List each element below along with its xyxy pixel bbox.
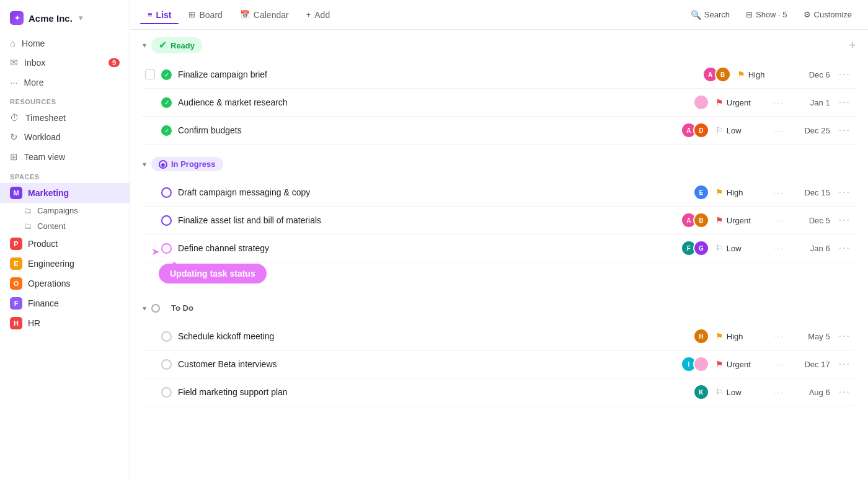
section-in-progress-header[interactable]: ▾ ● In Progress (140, 150, 858, 179)
customize-label: Customize (814, 10, 852, 19)
sidebar-item-home[interactable]: ⌂ Home (0, 33, 130, 53)
task-status-t3[interactable]: ✓ (161, 125, 172, 136)
sidebar-item-marketing[interactable]: M Marketing (0, 183, 130, 203)
task-status-t4[interactable] (161, 187, 172, 198)
flag-icon-low: ⚐ (715, 387, 724, 397)
more-options-t7-inline[interactable]: ··· (771, 332, 787, 341)
table-row[interactable]: Schedule kickoff meeting H ⚑ High ··· Ma… (140, 323, 858, 350)
table-row[interactable]: Customer Beta interviews I ⚑ Urgent ··· … (140, 350, 858, 378)
show-button[interactable]: ⊟ Show · 5 (740, 7, 794, 22)
in-progress-dot-icon: ● (159, 160, 167, 169)
table-row[interactable]: ✓ Confirm budgets A D ⚐ Low ··· Dec 25 ·… (140, 117, 858, 145)
list-icon: ≡ (148, 10, 153, 19)
search-label: Search (704, 10, 730, 19)
table-row[interactable]: Draft campaign messaging & copy E ⚑ High… (140, 179, 858, 207)
avatar: B (715, 66, 731, 83)
more-options-t4-inline[interactable]: ··· (771, 188, 787, 197)
sidebar-engineering-label: Engineering (28, 259, 74, 269)
task-avatars-t2 (693, 94, 709, 110)
sidebar-marketing-label: Marketing (28, 188, 69, 198)
more-options-t2[interactable]: ··· (836, 97, 853, 108)
tab-list[interactable]: ≡ List (140, 6, 179, 24)
table-row[interactable]: Field marketing support plan K ⚐ Low ···… (140, 378, 858, 406)
more-options-t3-inline[interactable]: ··· (771, 126, 787, 135)
priority-label-t8: Urgent (727, 360, 751, 369)
topbar: ≡ List ⊞ Board 📅 Calendar + Add 🔍 Search… (130, 0, 868, 30)
chevron-todo: ▾ (143, 304, 146, 313)
flag-icon-low: ⚐ (715, 125, 724, 135)
task-checkbox-t1[interactable] (145, 69, 155, 79)
task-status-t6[interactable]: ➤ (161, 243, 172, 254)
date-t8: Dec 17 (793, 360, 830, 369)
inbox-badge: 9 (108, 58, 120, 67)
more-options-t8[interactable]: ··· (836, 359, 853, 370)
sidebar-item-operations[interactable]: O Operations (0, 274, 130, 293)
task-status-t5[interactable] (161, 215, 172, 226)
task-avatars-t6: F G (681, 240, 709, 256)
add-ready-button[interactable]: + (849, 39, 856, 52)
more-options-t5-inline[interactable]: ··· (771, 216, 787, 225)
chevron-in-progress: ▾ (143, 160, 146, 169)
date-t2: Jan 1 (793, 98, 830, 107)
table-row[interactable]: ✓ Audience & market research ⚑ Urgent ··… (140, 89, 858, 117)
brand-chevron: ▾ (79, 14, 82, 22)
sidebar-item-engineering[interactable]: E Engineering (0, 254, 130, 274)
sidebar-item-workload[interactable]: ↻ Workload (0, 127, 130, 147)
product-dot: P (10, 238, 22, 250)
calendar-icon: 📅 (240, 10, 250, 19)
todo-badge-container: To Do (151, 301, 201, 315)
sidebar-item-more[interactable]: ··· More (0, 73, 130, 92)
task-avatars-t5: A B (681, 212, 709, 228)
task-status-t9[interactable] (161, 387, 172, 398)
priority-t8: ⚑ Urgent (715, 359, 765, 369)
sidebar-item-product[interactable]: P Product (0, 234, 130, 254)
task-name-t2: Audience & market research (178, 97, 687, 107)
more-options-t7[interactable]: ··· (836, 331, 853, 342)
search-button[interactable]: 🔍 Search (684, 7, 736, 23)
sidebar-inbox-label: Inbox (24, 58, 45, 68)
section-ready-header[interactable]: ▾ ✔ Ready + (140, 30, 858, 61)
priority-t1: ⚑ High (737, 69, 787, 79)
sidebar-item-teamview[interactable]: ⊞ Team view (0, 147, 130, 167)
more-options-t4[interactable]: ··· (836, 187, 853, 198)
more-options-t5[interactable]: ··· (836, 215, 853, 226)
more-options-t6[interactable]: ··· (836, 243, 853, 254)
tab-calendar[interactable]: 📅 Calendar (232, 6, 296, 24)
more-options-t9-inline[interactable]: ··· (771, 388, 787, 397)
more-options-t6-inline[interactable]: ··· (771, 244, 787, 253)
more-options-t3[interactable]: ··· (836, 125, 853, 136)
sidebar-item-inbox[interactable]: ✉ Inbox 9 (0, 53, 130, 73)
table-row[interactable]: ➤ Define channel strategy F G ⚐ Low ··· … (140, 234, 858, 262)
table-row[interactable]: ✓ Finalize campaign brief A B ⚑ High Dec… (140, 61, 858, 89)
in-progress-label: In Progress (171, 159, 216, 169)
sidebar-item-hr[interactable]: H HR (0, 313, 130, 333)
date-t6: Jan 6 (793, 244, 830, 253)
sidebar-item-finance[interactable]: F Finance (0, 293, 130, 313)
tab-board[interactable]: ⊞ Board (181, 6, 229, 24)
more-options-t8-inline[interactable]: ··· (771, 360, 787, 369)
brand-logo[interactable]: ✦ Acme Inc. ▾ (0, 7, 130, 33)
more-options-t2-inline[interactable]: ··· (771, 98, 787, 107)
priority-t9: ⚐ Low (715, 387, 765, 397)
section-todo-header[interactable]: ▾ To Do (140, 293, 858, 323)
resources-section-label: Resources (0, 92, 130, 108)
sidebar-item-timesheet[interactable]: ⏱ Timesheet (0, 108, 130, 127)
sidebar-content-label: Content (37, 221, 66, 231)
more-options-t9[interactable]: ··· (836, 386, 853, 398)
customize-button[interactable]: ⚙ Customize (797, 7, 858, 22)
task-status-t8[interactable] (161, 359, 172, 370)
task-status-t7[interactable] (161, 331, 172, 342)
inbox-icon: ✉ (10, 57, 18, 68)
task-status-t2[interactable]: ✓ (161, 97, 172, 108)
spaces-section-label: Spaces (0, 167, 130, 183)
priority-label-t9: Low (727, 388, 742, 397)
operations-dot: O (10, 277, 22, 290)
tab-add[interactable]: + Add (299, 6, 338, 24)
more-options-t1[interactable]: ··· (836, 69, 853, 80)
sidebar-sub-campaigns[interactable]: 🗂 Campaigns (0, 203, 130, 218)
sidebar-sub-content[interactable]: 🗂 Content (0, 218, 130, 234)
priority-t4: ⚑ High (715, 187, 765, 197)
table-row[interactable]: Finalize asset list and bill of material… (140, 207, 858, 234)
task-status-t1[interactable]: ✓ (161, 69, 172, 80)
board-icon: ⊞ (188, 10, 195, 19)
